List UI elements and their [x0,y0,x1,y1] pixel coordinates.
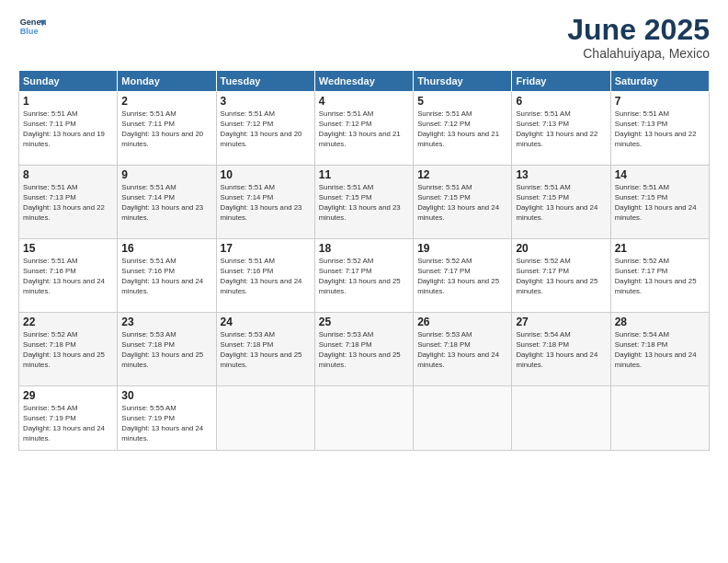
day-info: Sunrise: 5:51 AMSunset: 7:12 PMDaylight:… [417,109,507,150]
title-block: June 2025 Chalahuiyapa, Mexico [567,14,710,61]
header: General Blue June 2025 Chalahuiyapa, Mex… [18,14,710,61]
weekday-header-row: SundayMondayTuesdayWednesdayThursdayFrid… [19,71,710,92]
logo-icon: General Blue [18,14,46,41]
calendar-day-16: 16Sunrise: 5:51 AMSunset: 7:16 PMDayligh… [118,239,216,313]
day-number: 2 [121,95,211,108]
calendar-day-26: 26Sunrise: 5:53 AMSunset: 7:18 PMDayligh… [414,313,512,386]
day-info: Sunrise: 5:51 AMSunset: 7:13 PMDaylight:… [516,109,606,150]
page: General Blue June 2025 Chalahuiyapa, Mex… [0,0,728,563]
day-number: 3 [221,95,311,108]
calendar-day-20: 20Sunrise: 5:52 AMSunset: 7:17 PMDayligh… [512,239,610,313]
calendar-day-6: 6Sunrise: 5:51 AMSunset: 7:13 PMDaylight… [512,92,610,166]
weekday-header-sunday: Sunday [19,71,118,92]
day-info: Sunrise: 5:52 AMSunset: 7:18 PMDaylight:… [23,330,113,371]
weekday-header-friday: Friday [512,71,610,92]
calendar-day-18: 18Sunrise: 5:52 AMSunset: 7:17 PMDayligh… [314,239,413,313]
day-number: 26 [417,316,507,328]
day-info: Sunrise: 5:51 AMSunset: 7:15 PMDaylight:… [615,183,705,224]
day-info: Sunrise: 5:54 AMSunset: 7:19 PMDaylight:… [23,404,113,444]
calendar-day-4: 4Sunrise: 5:51 AMSunset: 7:12 PMDaylight… [314,92,413,166]
day-info: Sunrise: 5:54 AMSunset: 7:18 PMDaylight:… [516,330,606,371]
day-number: 8 [23,168,113,181]
location-title: Chalahuiyapa, Mexico [567,46,710,61]
day-number: 19 [417,242,507,255]
day-number: 14 [615,168,705,181]
day-number: 29 [23,389,113,402]
day-number: 5 [417,95,507,108]
calendar-day-25: 25Sunrise: 5:53 AMSunset: 7:18 PMDayligh… [314,313,413,386]
calendar-day-9: 9Sunrise: 5:51 AMSunset: 7:14 PMDaylight… [118,166,216,239]
calendar-day-11: 11Sunrise: 5:51 AMSunset: 7:15 PMDayligh… [314,166,413,239]
day-number: 24 [221,316,311,328]
day-number: 13 [516,168,606,181]
calendar-day-10: 10Sunrise: 5:51 AMSunset: 7:14 PMDayligh… [216,166,314,239]
day-info: Sunrise: 5:51 AMSunset: 7:15 PMDaylight:… [417,183,507,224]
day-number: 12 [417,168,507,181]
calendar-week-4: 22Sunrise: 5:52 AMSunset: 7:18 PMDayligh… [19,313,710,386]
day-number: 7 [615,95,705,108]
empty-day [216,386,314,451]
day-info: Sunrise: 5:53 AMSunset: 7:18 PMDaylight:… [221,330,311,371]
day-number: 9 [121,168,211,181]
calendar-day-12: 12Sunrise: 5:51 AMSunset: 7:15 PMDayligh… [414,166,512,239]
day-info: Sunrise: 5:51 AMSunset: 7:15 PMDaylight:… [516,183,606,224]
calendar-day-29: 29Sunrise: 5:54 AMSunset: 7:19 PMDayligh… [19,386,118,451]
day-info: Sunrise: 5:53 AMSunset: 7:18 PMDaylight:… [319,330,409,371]
day-info: Sunrise: 5:51 AMSunset: 7:13 PMDaylight:… [23,183,113,224]
calendar-day-13: 13Sunrise: 5:51 AMSunset: 7:15 PMDayligh… [512,166,610,239]
day-number: 18 [319,242,409,255]
empty-day [610,386,709,451]
day-number: 27 [516,316,606,328]
calendar-week-1: 1Sunrise: 5:51 AMSunset: 7:11 PMDaylight… [19,92,710,166]
day-number: 11 [319,168,409,181]
day-number: 10 [221,168,311,181]
day-number: 21 [615,242,705,255]
day-number: 23 [121,316,211,328]
day-info: Sunrise: 5:51 AMSunset: 7:13 PMDaylight:… [615,109,705,150]
day-number: 25 [319,316,409,328]
calendar-day-28: 28Sunrise: 5:54 AMSunset: 7:18 PMDayligh… [610,313,709,386]
day-info: Sunrise: 5:52 AMSunset: 7:17 PMDaylight:… [615,257,705,297]
calendar-day-17: 17Sunrise: 5:51 AMSunset: 7:16 PMDayligh… [216,239,314,313]
day-number: 17 [221,242,311,255]
weekday-header-wednesday: Wednesday [314,71,413,92]
month-title: June 2025 [567,14,710,46]
day-number: 16 [121,242,211,255]
calendar-day-27: 27Sunrise: 5:54 AMSunset: 7:18 PMDayligh… [512,313,610,386]
day-number: 20 [516,242,606,255]
day-info: Sunrise: 5:55 AMSunset: 7:19 PMDaylight:… [121,404,211,444]
day-info: Sunrise: 5:51 AMSunset: 7:11 PMDaylight:… [23,109,113,150]
weekday-header-tuesday: Tuesday [216,71,314,92]
calendar-day-3: 3Sunrise: 5:51 AMSunset: 7:12 PMDaylight… [216,92,314,166]
day-info: Sunrise: 5:52 AMSunset: 7:17 PMDaylight:… [319,257,409,297]
calendar-day-23: 23Sunrise: 5:53 AMSunset: 7:18 PMDayligh… [118,313,216,386]
weekday-header-monday: Monday [118,71,216,92]
day-info: Sunrise: 5:51 AMSunset: 7:14 PMDaylight:… [221,183,311,224]
logo: General Blue [18,14,46,41]
svg-text:Blue: Blue [20,27,39,36]
calendar-table: SundayMondayTuesdayWednesdayThursdayFrid… [18,70,710,451]
calendar-week-2: 8Sunrise: 5:51 AMSunset: 7:13 PMDaylight… [19,166,710,239]
day-info: Sunrise: 5:51 AMSunset: 7:16 PMDaylight:… [23,257,113,297]
day-info: Sunrise: 5:51 AMSunset: 7:12 PMDaylight:… [319,109,409,150]
calendar-day-8: 8Sunrise: 5:51 AMSunset: 7:13 PMDaylight… [19,166,118,239]
calendar-day-7: 7Sunrise: 5:51 AMSunset: 7:13 PMDaylight… [610,92,709,166]
weekday-header-thursday: Thursday [414,71,512,92]
day-info: Sunrise: 5:51 AMSunset: 7:12 PMDaylight:… [221,109,311,150]
day-info: Sunrise: 5:53 AMSunset: 7:18 PMDaylight:… [417,330,507,371]
calendar-day-19: 19Sunrise: 5:52 AMSunset: 7:17 PMDayligh… [414,239,512,313]
day-info: Sunrise: 5:51 AMSunset: 7:11 PMDaylight:… [121,109,211,150]
day-number: 4 [319,95,409,108]
calendar-day-2: 2Sunrise: 5:51 AMSunset: 7:11 PMDaylight… [118,92,216,166]
day-number: 15 [23,242,113,255]
calendar-day-22: 22Sunrise: 5:52 AMSunset: 7:18 PMDayligh… [19,313,118,386]
empty-day [314,386,413,451]
empty-day [414,386,512,451]
empty-day [512,386,610,451]
calendar-day-24: 24Sunrise: 5:53 AMSunset: 7:18 PMDayligh… [216,313,314,386]
day-info: Sunrise: 5:52 AMSunset: 7:17 PMDaylight:… [417,257,507,297]
day-info: Sunrise: 5:52 AMSunset: 7:17 PMDaylight:… [516,257,606,297]
calendar-day-1: 1Sunrise: 5:51 AMSunset: 7:11 PMDaylight… [19,92,118,166]
day-info: Sunrise: 5:51 AMSunset: 7:14 PMDaylight:… [121,183,211,224]
calendar-day-21: 21Sunrise: 5:52 AMSunset: 7:17 PMDayligh… [610,239,709,313]
